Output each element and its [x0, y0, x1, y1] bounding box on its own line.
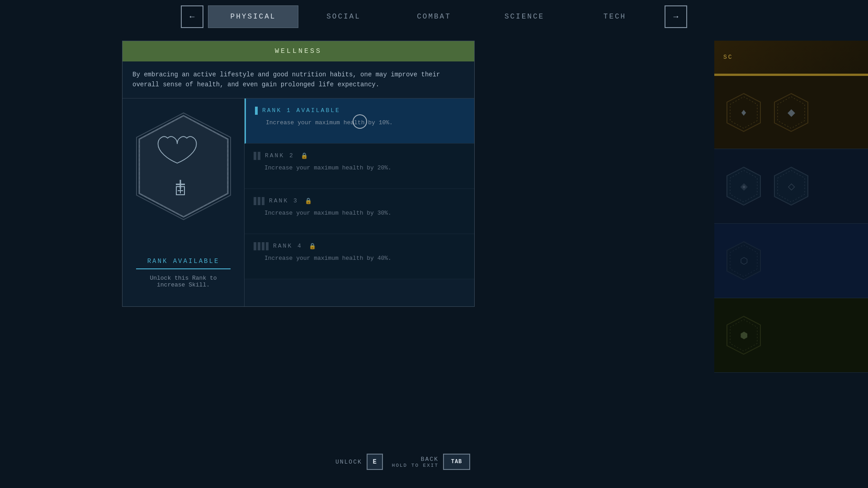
lock-icon: 🔒: [301, 152, 308, 160]
rank-bar: [258, 197, 260, 205]
rank-3-bars: [254, 197, 264, 205]
tab-social[interactable]: SOCIAL: [298, 5, 389, 28]
rank-bar: [254, 197, 256, 205]
skill-badge-4a: ⬢: [723, 313, 764, 358]
rank-2-title-row: RANK 2 🔒: [254, 152, 465, 160]
sidebar-header: SC: [714, 41, 868, 75]
sidebar-header-label: SC: [723, 54, 733, 61]
tab-science[interactable]: SCIENCE: [479, 5, 570, 28]
rank-1-title: RANK 1 AVAILABLE: [262, 107, 340, 114]
lock-icon: 🔒: [309, 243, 316, 250]
next-arrow-icon: →: [674, 12, 679, 21]
ranks-panel: RANK 1 AVAILABLE Increase your maximum h…: [245, 99, 474, 306]
rank-bar: [258, 242, 260, 250]
unlock-key-button[interactable]: E: [367, 454, 383, 470]
rank-4-item[interactable]: RANK 4 🔒 Increase your maximum health by…: [245, 234, 474, 279]
rank-divider: [136, 268, 231, 269]
skill-badge-2a: ◈: [723, 164, 764, 209]
next-nav-button[interactable]: →: [665, 5, 687, 28]
rank-bar: [254, 242, 256, 250]
rank-4-bars: [254, 242, 269, 250]
svg-text:◆: ◆: [788, 108, 795, 119]
rank-bar: [262, 197, 264, 205]
skill-hexagon: [134, 112, 233, 221]
svg-text:⬢: ⬢: [740, 331, 748, 341]
tab-combat[interactable]: COMBAT: [389, 5, 479, 28]
tab-tech[interactable]: TECH: [570, 5, 660, 28]
rank-2-bars: [254, 152, 260, 160]
svg-text:◇: ◇: [788, 182, 795, 192]
back-key-button[interactable]: TAB: [443, 454, 470, 470]
back-action-group: BACK HOLD TO EXIT TAB: [392, 454, 470, 470]
svg-text:◈: ◈: [741, 182, 748, 192]
sidebar-section-4[interactable]: ⬢: [714, 298, 868, 373]
unlock-label: UNLOCK: [335, 459, 362, 465]
skill-badge-1a: ♦: [723, 90, 764, 135]
lock-icon: 🔒: [305, 197, 312, 205]
top-navigation: ← PHYSICAL SOCIAL COMBAT SCIENCE TECH →: [0, 0, 868, 33]
rank-2-desc: Increase your maximum health by 20%.: [254, 164, 465, 171]
tab-tech-label: TECH: [604, 13, 626, 21]
sidebar-section-2[interactable]: ◈ ◇: [714, 149, 868, 224]
unlock-action-group: UNLOCK E: [335, 454, 383, 470]
tab-physical[interactable]: PHYSICAL: [208, 5, 298, 28]
rank-2-item[interactable]: RANK 2 🔒 Increase your maximum health by…: [245, 144, 474, 189]
svg-marker-0: [139, 116, 228, 217]
rank-bar: [266, 242, 269, 250]
back-label: BACK: [392, 456, 439, 463]
rank-4-title: RANK 4: [273, 243, 302, 249]
skill-status: RANK AVAILABLE Unlock this Rank to incre…: [136, 253, 231, 293]
wellness-header: WELLNESS: [123, 41, 474, 61]
skill-badge-1b: ◆: [771, 90, 811, 135]
rank-1-bars: [255, 107, 258, 115]
prev-nav-button[interactable]: ←: [181, 5, 203, 28]
tab-physical-label: PHYSICAL: [231, 13, 276, 21]
hold-to-exit-label: HOLD TO EXIT: [392, 463, 439, 468]
wellness-card: WELLNESS By embracing an active lifestyl…: [122, 41, 475, 307]
svg-text:♦: ♦: [741, 108, 746, 119]
rank-bar: [262, 242, 264, 250]
sidebar-section-3[interactable]: ⬡: [714, 224, 868, 298]
wellness-body: RANK AVAILABLE Unlock this Rank to incre…: [123, 99, 474, 306]
rank-4-title-row: RANK 4 🔒: [254, 242, 465, 250]
rank-bar: [254, 152, 256, 160]
svg-text:⬡: ⬡: [740, 256, 748, 267]
skill-icon-panel: RANK AVAILABLE Unlock this Rank to incre…: [123, 99, 245, 306]
wellness-description: By embracing an active lifestyle and goo…: [123, 61, 474, 99]
rank-4-desc: Increase your maximum health by 40%.: [254, 255, 465, 262]
unlock-description: Unlock this Rank to increase Skill.: [136, 275, 231, 288]
right-sidebar: SC ♦ ◆ ◈: [714, 41, 868, 447]
rank-2-title: RANK 2: [265, 152, 294, 159]
rank-3-title-row: RANK 3 🔒: [254, 197, 465, 205]
rank-bar: [258, 152, 260, 160]
rank-3-desc: Increase your maximum health by 30%.: [254, 210, 465, 216]
rank-3-title: RANK 3: [269, 197, 298, 204]
rank-1-title-row: RANK 1 AVAILABLE: [255, 107, 465, 115]
rank-bar: [255, 107, 258, 115]
rank-1-desc: Increase your maximum health by 10%.: [255, 119, 465, 126]
tab-combat-label: COMBAT: [417, 13, 451, 21]
sidebar-section-1[interactable]: ♦ ◆: [714, 75, 868, 149]
main-content: WELLNESS By embracing an active lifestyl…: [122, 41, 475, 307]
rank-1-item[interactable]: RANK 1 AVAILABLE Increase your maximum h…: [245, 99, 474, 144]
prev-arrow-icon: ←: [190, 12, 195, 21]
skill-badge-3a: ⬡: [723, 238, 764, 283]
tab-science-label: SCIENCE: [505, 13, 544, 21]
rank-available-label: RANK AVAILABLE: [136, 258, 231, 265]
rank-3-item[interactable]: RANK 3 🔒 Increase your maximum health by…: [245, 189, 474, 234]
action-bar: UNLOCK E BACK HOLD TO EXIT TAB: [122, 454, 475, 470]
skill-badge-2b: ◇: [771, 164, 811, 209]
tab-social-label: SOCIAL: [326, 13, 361, 21]
